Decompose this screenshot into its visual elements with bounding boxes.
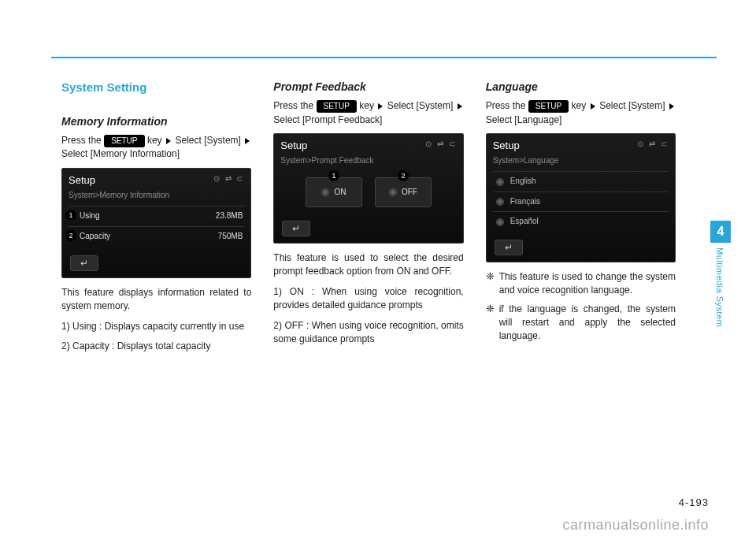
radio-icon [496,218,504,226]
option-on: 1 ON [306,177,362,207]
watermark: carmanualsonline.info [562,517,709,534]
memory-row-capacity: 2 Capacity 750MB [69,226,244,247]
screen-breadcrumb: System>Prompt Feedback [280,155,456,167]
screen-breadcrumb: System>Language [493,155,669,167]
lang-label: English [510,176,536,188]
list-prompt: 1) ON : When using voice recognition, pr… [273,285,463,347]
lang-label: Español [510,216,539,228]
back-button: ↵ [282,221,310,236]
option-label: OFF [402,187,417,199]
screen-title-row: Setup ⊙ ⇄ ⊂ [280,139,456,154]
setup-key-label: SETUP [317,100,357,113]
page-number: 4-193 [679,497,709,508]
list-item: 1) Using : Displays capacity currently i… [61,320,251,333]
screen-title: Setup [280,139,307,151]
list-memory: 1) Using : Displays capacity currently i… [61,320,251,354]
lang-item: Français [493,192,669,212]
callout-2: 2 [65,230,76,241]
column-2: Prompt Feedback Press the SETUP key Sele… [273,79,463,359]
instruction-prompt: Press the SETUP key Select [System] Sele… [273,99,463,127]
list-item: 2) OFF : When using voice recognition, o… [273,319,463,347]
back-button: ↵ [70,255,98,271]
bullet-item: ❈ This feature is used to change the sys… [486,270,676,298]
desc-memory: This feature displays information relate… [61,286,251,314]
screen-title: Setup [493,139,520,151]
subhead-language: Language [486,79,676,95]
path-b: Select [Language] [486,114,562,125]
chapter-title: Multimedia System [710,247,724,327]
instr-post: key [572,100,587,111]
callout-1: 1 [328,170,339,181]
screenshot-language: Setup ⊙ ⇄ ⊂ System>Language English Fran… [486,133,676,262]
bullet-text: This feature is used to change the syste… [499,270,676,298]
section-title: System Setting [61,79,251,96]
bullet-text: if the language is changed, the system w… [499,303,676,344]
radio-icon [321,188,329,196]
screen-status-icons: ⊙ ⇄ ⊂ [637,139,669,151]
back-button: ↵ [495,240,523,255]
screen-breadcrumb: System>Memory Information [69,190,244,202]
list-item: 2) Capacity : Displays total capacity [61,340,251,353]
option-row: 1 ON 2 OFF [280,177,456,207]
subhead-prompt: Prompt Feedback [273,79,463,95]
option-off: 2 OFF [375,177,432,207]
path-a: Select [System] [387,100,453,111]
instr-pre: Press the [61,135,104,146]
setup-key-label: SETUP [528,100,569,113]
bullet-list-language: ❈ This feature is used to change the sys… [486,270,676,344]
row-label: Using [80,210,100,222]
triangle-icon [245,138,250,144]
bullet-symbol: ❈ [486,270,495,298]
bullet-symbol: ❈ [486,303,495,344]
chapter-tab: 4 Multimedia System [710,221,731,327]
screen-title-row: Setup ⊙ ⇄ ⊂ [69,173,244,188]
instr-pre: Press the [273,100,316,111]
radio-icon [496,178,504,186]
callout-1: 1 [65,210,76,221]
row-value: 23.8MB [216,210,243,222]
path-b: Select [Memory Information] [61,148,180,159]
screen-status-icons: ⊙ ⇄ ⊂ [213,173,245,185]
radio-icon [496,198,504,206]
screenshot-memory: Setup ⊙ ⇄ ⊂ System>Memory Information 1 … [61,168,251,278]
instruction-memory: Press the SETUP key Select [System] Sele… [61,134,251,162]
list-item: 1) ON : When using voice recognition, pr… [273,285,463,313]
instr-post: key [147,135,162,146]
triangle-icon [166,138,171,144]
triangle-icon [591,103,595,110]
desc-prompt: This feature is used to select the desir… [273,251,463,279]
lang-label: Français [510,196,540,208]
row-label: Capacity [80,231,110,243]
triangle-icon [458,103,462,110]
triangle-icon [669,103,674,110]
subhead-memory: Memory Information [61,113,251,129]
callout-2: 2 [398,170,409,181]
instr-pre: Press the [486,100,528,111]
top-rule [51,57,717,58]
page-content: System Setting Memory Information Press … [61,79,676,359]
path-a: Select [System] [599,100,665,111]
language-list: English Français Español [493,171,669,232]
triangle-icon [378,103,383,110]
setup-key-label: SETUP [104,135,144,148]
screenshot-prompt: Setup ⊙ ⇄ ⊂ System>Prompt Feedback 1 ON … [273,133,463,244]
screen-status-icons: ⊙ ⇄ ⊂ [425,139,457,151]
column-1: System Setting Memory Information Press … [61,79,251,359]
row-value: 750MB [218,231,243,243]
radio-icon [389,188,397,196]
lang-item: Español [493,211,669,232]
bullet-item: ❈ if the language is changed, the system… [486,303,676,344]
path-b: Select [Prompt Feedback] [273,114,382,125]
path-a: Select [System] [175,135,240,146]
option-label: ON [334,187,346,199]
instr-post: key [359,100,374,111]
screen-title-row: Setup ⊙ ⇄ ⊂ [493,139,669,154]
column-3: Language Press the SETUP key Select [Sys… [486,79,676,359]
lang-item: English [493,171,669,192]
memory-row-using: 1 Using 23.8MB [69,206,244,226]
screen-title: Setup [69,174,95,186]
chapter-number: 4 [710,221,731,243]
instruction-language: Press the SETUP key Select [System] Sele… [486,99,676,127]
